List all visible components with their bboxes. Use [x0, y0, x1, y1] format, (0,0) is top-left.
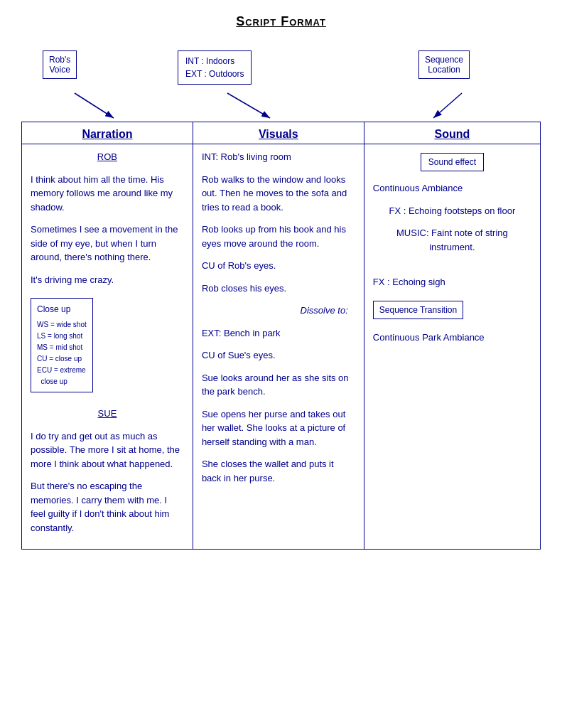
page-title: Script Format: [21, 14, 541, 29]
sound-s1: Continuous Ambiance: [373, 181, 531, 196]
script-table: Narration Visuals Sound ROB I think abou…: [21, 122, 541, 550]
narration-p4: I do try and get out as much as possible…: [31, 429, 184, 471]
svg-line-2: [227, 93, 270, 118]
sound-s5: Continuous Park Ambiance: [373, 331, 531, 345]
col-header-visuals: Visuals: [193, 122, 364, 144]
speaker-sue: SUE: [31, 407, 184, 421]
visual-v2: Rob walks to the window and looks out. T…: [202, 173, 355, 215]
sound-body: Sound effect Continuous Ambiance FX : Ec…: [373, 150, 531, 344]
visual-v9: Sue looks around her as she sits on the …: [202, 371, 355, 399]
col-header-sound: Sound: [364, 122, 540, 144]
speaker-rob: ROB: [31, 150, 184, 164]
visuals-cell: INT: Rob's living room Rob walks to the …: [193, 144, 364, 550]
visual-v7: EXT: Bench in park: [202, 326, 355, 341]
visual-v11: She closes the wallet and puts it back i…: [202, 457, 355, 485]
seq-loc-annotation: SequenceLocation: [418, 50, 470, 79]
sound-s3: MUSIC: Faint note of string instrument.: [373, 226, 531, 254]
visual-v4: CU of Rob's eyes.: [202, 259, 355, 273]
closeup-box: Close up WS = wide shotLS = long shotMS …: [31, 298, 93, 392]
annotations-area: Rob'sVoice INT : IndoorsEXT : Outdoors S…: [21, 43, 541, 122]
visual-v5: Rob closes his eyes.: [202, 282, 355, 296]
visual-v6: Dissolve to:: [202, 304, 355, 318]
narration-p5: But there's no escaping the memories. I …: [31, 479, 184, 535]
col-header-narration: Narration: [22, 122, 193, 144]
visual-v10: Sue opens her purse and takes out her wa…: [202, 407, 355, 449]
sound-s2: FX : Echoing footsteps on floor: [373, 204, 531, 218]
seq-transition-box: Sequence Transition: [373, 301, 463, 319]
closeup-legend: WS = wide shotLS = long shotMS = mid sho…: [37, 319, 87, 387]
sound-s4: FX : Echoing sigh: [373, 275, 531, 289]
narration-cell: ROB I think about him all the time. His …: [22, 144, 193, 550]
visuals-body: INT: Rob's living room Rob walks to the …: [202, 150, 355, 485]
narration-p1: I think about him all the time. His memo…: [31, 173, 184, 215]
sound-effect-box: Sound effect: [421, 153, 484, 171]
visual-v8: CU of Sue's eyes.: [202, 348, 355, 363]
visual-v1: INT: Rob's living room: [202, 150, 355, 164]
narration-body: ROB I think about him all the time. His …: [31, 150, 184, 535]
int-ext-annotation: INT : IndoorsEXT : Outdoors: [178, 50, 252, 85]
sound-cell: Sound effect Continuous Ambiance FX : Ec…: [364, 144, 540, 550]
rob-voice-annotation: Rob'sVoice: [43, 50, 77, 79]
narration-p2: Sometimes I see a movement in the side o…: [31, 223, 184, 264]
svg-line-3: [433, 93, 462, 118]
narration-p3: It's driving me crazy.: [31, 273, 184, 287]
closeup-label: Close up: [37, 303, 87, 316]
svg-line-1: [75, 93, 114, 118]
visual-v3: Rob looks up from his book and his eyes …: [202, 223, 355, 250]
